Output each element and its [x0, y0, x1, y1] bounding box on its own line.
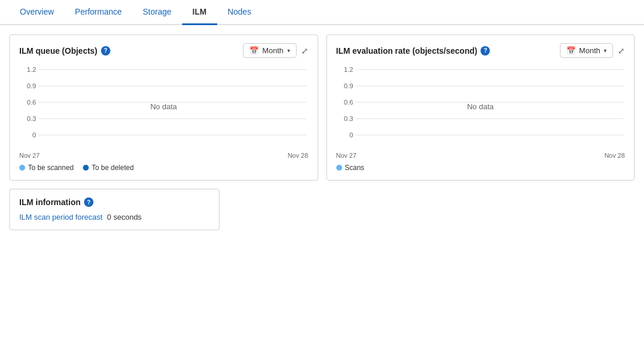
tab-storage[interactable]: Storage [133, 0, 182, 25]
ilm-eval-rate-header: ILM evaluation rate (objects/second) ? 📅… [336, 43, 625, 58]
ilm-eval-rate-chart: 1.2 0.9 0.6 0.3 0 No data [336, 64, 625, 148]
ilm-eval-rate-title: ILM evaluation rate (objects/second) [336, 46, 478, 56]
tab-ilm[interactable]: ILM [182, 0, 217, 25]
svg-text:0: 0 [33, 131, 36, 138]
calendar-icon-2: 📅 [566, 46, 576, 55]
svg-text:0.3: 0.3 [344, 115, 353, 122]
tab-overview[interactable]: Overview [9, 0, 64, 25]
ilm-eval-rate-no-data: No data [467, 102, 494, 110]
ilm-queue-x-start: Nov 27 [19, 152, 40, 159]
svg-text:0.9: 0.9 [27, 82, 36, 89]
ilm-eval-rate-month-label: Month [579, 46, 600, 55]
ilm-queue-title-group: ILM queue (Objects) ? [19, 46, 110, 56]
ilm-queue-month-select[interactable]: 📅 Month ▾ [243, 43, 296, 58]
ilm-eval-rate-card: ILM evaluation rate (objects/second) ? 📅… [326, 34, 635, 181]
chevron-down-icon-2: ▾ [604, 47, 607, 54]
svg-text:0.9: 0.9 [344, 82, 353, 89]
tab-bar: Overview Performance Storage ILM Nodes [0, 0, 644, 25]
ilm-information-header: ILM information ? [19, 198, 210, 207]
ilm-scan-period-link[interactable]: ILM scan period forecast [19, 213, 102, 221]
ilm-scan-period-row: ILM scan period forecast 0 seconds [19, 213, 210, 221]
ilm-queue-chart: 1.2 0.9 0.6 0.3 0 No data [19, 64, 308, 148]
ilm-queue-x-end: Nov 28 [288, 152, 308, 159]
legend-to-be-deleted: To be deleted [83, 164, 134, 172]
ilm-eval-rate-help-icon[interactable]: ? [481, 46, 490, 56]
legend-label-scanned: To be scanned [28, 164, 74, 172]
ilm-queue-month-label: Month [262, 46, 283, 55]
svg-text:0.6: 0.6 [344, 99, 353, 106]
legend-label-deleted: To be deleted [92, 164, 134, 172]
legend-label-scans: Scans [345, 164, 364, 172]
ilm-eval-rate-controls: 📅 Month ▾ ⤢ [560, 43, 625, 58]
legend-to-be-scanned: To be scanned [19, 164, 74, 172]
ilm-eval-rate-x-end: Nov 28 [604, 152, 625, 159]
ilm-queue-x-labels: Nov 27 Nov 28 [19, 152, 308, 159]
ilm-information-title-group: ILM information ? [19, 198, 93, 207]
ilm-eval-rate-month-select[interactable]: 📅 Month ▾ [560, 43, 613, 58]
top-row: ILM queue (Objects) ? 📅 Month ▾ ⤢ [9, 34, 635, 181]
ilm-eval-rate-legend: Scans [336, 164, 625, 172]
ilm-information-title: ILM information [19, 198, 81, 207]
tab-nodes[interactable]: Nodes [217, 0, 262, 25]
tab-performance[interactable]: Performance [64, 0, 132, 25]
legend-dot-scanned [19, 165, 25, 171]
legend-scans: Scans [336, 164, 364, 172]
chevron-down-icon: ▾ [287, 47, 290, 54]
ilm-eval-rate-title-group: ILM evaluation rate (objects/second) ? [336, 46, 490, 56]
svg-text:0.6: 0.6 [27, 99, 36, 106]
ilm-queue-legend: To be scanned To be deleted [19, 164, 308, 172]
ilm-queue-header: ILM queue (Objects) ? 📅 Month ▾ ⤢ [19, 43, 308, 58]
ilm-eval-rate-x-start: Nov 27 [336, 152, 357, 159]
svg-text:1.2: 1.2 [27, 66, 36, 73]
bottom-row: ILM information ? ILM scan period foreca… [9, 189, 635, 230]
main-content: ILM queue (Objects) ? 📅 Month ▾ ⤢ [0, 25, 644, 339]
ilm-queue-help-icon[interactable]: ? [101, 46, 110, 56]
ilm-eval-rate-x-labels: Nov 27 Nov 28 [336, 152, 625, 159]
ilm-queue-title: ILM queue (Objects) [19, 46, 98, 56]
ilm-queue-controls: 📅 Month ▾ ⤢ [243, 43, 308, 58]
expand-icon-2[interactable]: ⤢ [618, 46, 625, 56]
svg-text:1.2: 1.2 [344, 66, 353, 73]
ilm-information-help-icon[interactable]: ? [84, 198, 93, 207]
legend-dot-deleted [83, 165, 89, 171]
calendar-icon: 📅 [249, 46, 259, 55]
legend-dot-scans [336, 165, 342, 171]
ilm-queue-card: ILM queue (Objects) ? 📅 Month ▾ ⤢ [9, 34, 318, 181]
svg-text:0.3: 0.3 [27, 115, 36, 122]
ilm-scan-period-value: 0 seconds [107, 213, 141, 221]
ilm-information-card: ILM information ? ILM scan period foreca… [9, 189, 220, 230]
svg-text:0: 0 [349, 131, 353, 138]
ilm-queue-no-data: No data [150, 102, 177, 110]
ilm-info-section: ILM scan period forecast 0 seconds [19, 213, 210, 221]
expand-icon[interactable]: ⤢ [301, 46, 308, 56]
